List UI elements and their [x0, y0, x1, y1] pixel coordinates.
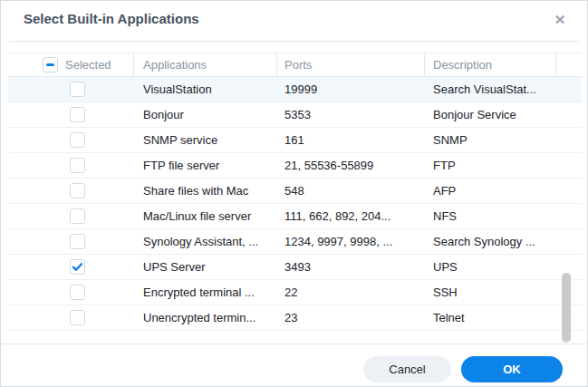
row-checkbox[interactable]: [70, 285, 85, 300]
description-cell: NFS: [425, 209, 556, 223]
description-cell: Search VisualStat...: [425, 82, 556, 96]
select-all-checkbox[interactable]: [43, 57, 58, 73]
ports-cell: 5353: [277, 108, 425, 121]
table-row[interactable]: Bonjour5353Bonjour Service: [8, 102, 582, 128]
cancel-button[interactable]: Cancel: [363, 356, 451, 382]
application-cell: UPS Server: [134, 260, 277, 274]
application-cell: Unencrypted termin...: [134, 311, 277, 324]
column-label-selected: Selected: [65, 58, 111, 72]
indeterminate-mark-icon: [46, 63, 54, 66]
row-checkbox[interactable]: [70, 132, 85, 148]
table-row[interactable]: UPS Server3493UPS: [8, 255, 582, 280]
footer-divider: [1, 343, 587, 344]
description-cell: SNMP: [425, 133, 556, 147]
row-checkbox-cell: [8, 183, 134, 198]
row-checkbox[interactable]: [70, 259, 85, 275]
header-cell-description[interactable]: Description: [425, 53, 556, 76]
table-row[interactable]: Unencrypted termin...23Telnet: [8, 305, 582, 331]
application-cell: Share files with Mac: [134, 184, 277, 198]
table-row[interactable]: VisualStation19999Search VisualStat...: [8, 77, 582, 102]
application-cell: Mac/Linux file server: [134, 209, 277, 223]
ports-cell: 23: [277, 311, 425, 324]
ports-cell: 111, 662, 892, 204...: [277, 209, 425, 223]
table-body: VisualStation19999Search VisualStat...Bo…: [8, 77, 582, 331]
header-cell-applications[interactable]: Applications: [134, 53, 277, 76]
ports-cell: 21, 55536-55899: [277, 159, 425, 172]
row-checkbox-cell: [8, 259, 134, 275]
description-cell: Telnet: [425, 311, 556, 324]
row-checkbox-cell: [8, 310, 134, 325]
select-built-in-applications-dialog: Select Built-in Applications ✕ Selected …: [0, 0, 588, 387]
dialog-title: Select Built-in Applications: [24, 11, 199, 26]
applications-table: Selected Applications Ports Description …: [8, 53, 582, 331]
row-checkbox[interactable]: [70, 234, 85, 249]
titlebar-divider: [8, 41, 580, 42]
vertical-scrollbar-thumb[interactable]: [562, 273, 571, 343]
description-cell: Bonjour Service: [425, 108, 556, 121]
application-cell: SNMP service: [134, 133, 277, 147]
description-cell: AFP: [425, 184, 556, 198]
header-cell-ports[interactable]: Ports: [277, 53, 425, 76]
row-checkbox-cell: [8, 208, 134, 224]
row-checkbox[interactable]: [70, 208, 85, 224]
ports-cell: 161: [277, 133, 425, 147]
application-cell: VisualStation: [134, 82, 277, 96]
ports-cell: 1234, 9997, 9998, ...: [277, 235, 425, 248]
table-header-row: Selected Applications Ports Description: [8, 53, 582, 77]
dialog-titlebar: Select Built-in Applications ✕: [1, 1, 587, 41]
table-row[interactable]: Share files with Mac548AFP: [8, 179, 582, 204]
row-checkbox[interactable]: [70, 82, 85, 97]
row-checkbox-cell: [8, 107, 134, 122]
description-cell: Search Synology ...: [425, 235, 556, 248]
row-checkbox[interactable]: [70, 183, 85, 198]
application-cell: Bonjour: [134, 108, 277, 121]
table-row[interactable]: Encrypted terminal ...22SSH: [8, 280, 582, 305]
close-icon[interactable]: ✕: [548, 8, 572, 32]
ports-cell: 3493: [277, 260, 425, 274]
application-cell: Encrypted terminal ...: [134, 285, 277, 299]
ok-button[interactable]: OK: [461, 356, 563, 382]
ports-cell: 19999: [277, 82, 425, 96]
header-cell-selected: Selected: [8, 53, 134, 76]
table-row[interactable]: Mac/Linux file server111, 662, 892, 204.…: [8, 204, 582, 229]
description-cell: UPS: [425, 260, 556, 274]
table-row[interactable]: Synology Assistant, ...1234, 9997, 9998,…: [8, 229, 582, 255]
row-checkbox[interactable]: [70, 310, 85, 325]
row-checkbox-cell: [8, 158, 134, 173]
description-cell: FTP: [425, 159, 556, 172]
application-cell: Synology Assistant, ...: [134, 235, 277, 248]
row-checkbox-cell: [8, 82, 134, 97]
row-checkbox[interactable]: [70, 158, 85, 173]
row-checkbox-cell: [8, 285, 134, 300]
row-checkbox-cell: [8, 234, 134, 249]
description-cell: SSH: [425, 285, 556, 299]
header-cell-spacer: [556, 53, 574, 76]
checkmark-icon: [72, 261, 83, 273]
ports-cell: 548: [277, 184, 425, 198]
row-checkbox-cell: [8, 132, 134, 148]
table-row[interactable]: SNMP service161SNMP: [8, 128, 582, 153]
table-row[interactable]: FTP file server21, 55536-55899FTP: [8, 153, 582, 179]
ports-cell: 22: [277, 285, 425, 299]
application-cell: FTP file server: [134, 159, 277, 172]
row-checkbox[interactable]: [70, 107, 85, 122]
